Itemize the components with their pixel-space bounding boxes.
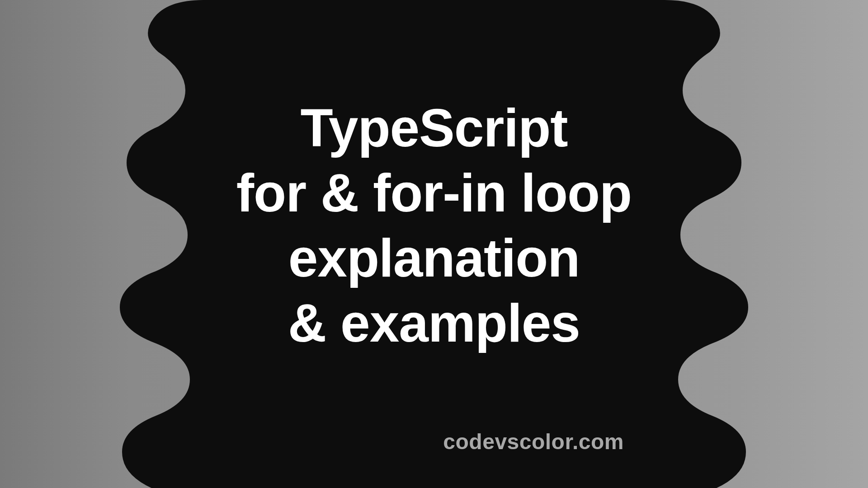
title-line-4: & examples: [236, 291, 632, 356]
main-title: TypeScript for & for-in loop explanation…: [236, 96, 632, 356]
title-line-2: for & for-in loop: [236, 161, 632, 226]
title-line-3: explanation: [236, 226, 632, 291]
attribution-text: codevscolor.com: [443, 429, 624, 454]
content-area: TypeScript for & for-in loop explanation…: [0, 0, 868, 488]
title-line-1: TypeScript: [236, 96, 632, 161]
